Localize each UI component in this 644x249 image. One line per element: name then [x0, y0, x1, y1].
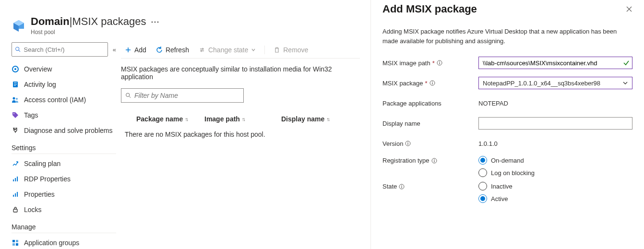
svg-line-1 — [19, 50, 20, 52]
search-icon — [15, 46, 21, 53]
label-image-path: MSIX image path* — [382, 59, 478, 67]
info-icon[interactable] — [399, 184, 405, 190]
radio-selected-icon — [478, 194, 487, 203]
add-button[interactable]: Add — [121, 41, 150, 58]
col-package-name[interactable]: Package name↑↓ — [123, 115, 204, 123]
info-icon[interactable] — [437, 60, 442, 66]
sort-icon: ↑↓ — [326, 116, 329, 122]
plus-icon — [125, 47, 131, 53]
label-package: MSIX package* — [382, 80, 478, 87]
svg-point-8 — [13, 97, 15, 100]
sidebar-item-label: Activity log — [24, 81, 56, 88]
sidebar-item-label: Tags — [24, 111, 38, 119]
radio-selected-icon — [478, 156, 487, 165]
svg-point-31 — [408, 142, 409, 143]
info-icon[interactable] — [431, 158, 437, 164]
sidebar-item-iam[interactable]: Access control (IAM) — [12, 92, 116, 107]
svg-rect-11 — [13, 179, 14, 181]
swap-icon — [199, 47, 205, 53]
chevron-down-icon — [251, 47, 256, 52]
svg-point-37 — [402, 185, 403, 186]
filter-box[interactable] — [121, 88, 244, 103]
sidebar-search[interactable] — [12, 42, 108, 57]
svg-rect-35 — [434, 160, 434, 162]
sidebar-item-diagnose[interactable]: Diagnose and solve problems — [12, 123, 116, 138]
sidebar-item-label: Overview — [24, 65, 52, 73]
trash-icon — [274, 47, 280, 53]
scaling-icon — [12, 160, 19, 167]
activity-icon — [12, 81, 19, 88]
overview-icon — [12, 65, 19, 73]
sidebar-item-scaling[interactable]: Scaling plan — [12, 156, 116, 171]
sidebar-item-overview[interactable]: Overview — [12, 61, 116, 77]
sidebar-item-activity[interactable]: Activity log — [12, 77, 116, 92]
col-image-path[interactable]: Image path↑↓ — [204, 115, 281, 123]
label-reg-type: Registration type — [382, 156, 478, 164]
display-name-input[interactable] — [478, 117, 632, 130]
reg-logon-radio[interactable]: Log on blocking — [478, 168, 632, 177]
properties-icon — [12, 190, 19, 198]
svg-point-0 — [16, 47, 19, 50]
package-select[interactable]: NotepadPP_1.0.1.0_x64__sq3bs4xeber98 — [478, 77, 632, 89]
svg-rect-16 — [17, 192, 18, 197]
empty-state: There are no MSIX packages for this host… — [121, 126, 360, 143]
col-display-name[interactable]: Display name↑↓ — [281, 115, 358, 123]
remove-button[interactable]: Remove — [270, 41, 312, 58]
svg-rect-38 — [402, 186, 402, 188]
reg-ondemand-radio[interactable]: On-demand — [478, 156, 632, 165]
lock-icon — [12, 206, 19, 213]
sidebar-item-label: Locks — [24, 206, 42, 213]
chevron-down-icon — [622, 80, 628, 86]
rdp-icon — [12, 175, 19, 183]
svg-rect-15 — [15, 193, 16, 197]
change-state-button[interactable]: Change state — [195, 41, 260, 58]
radio-icon — [478, 182, 487, 190]
sidebar-item-locks[interactable]: Locks — [12, 202, 116, 217]
filter-input[interactable] — [134, 92, 239, 99]
more-icon[interactable]: ⋯ — [151, 16, 159, 27]
label-apps: Package applications — [382, 100, 478, 107]
apps-value: NOTEPAD — [478, 100, 632, 107]
label-version: Version — [382, 140, 478, 147]
sidebar-section-manage: Manage — [12, 223, 116, 233]
svg-point-28 — [432, 82, 433, 83]
page-subtitle: Host pool — [31, 29, 159, 36]
sidebar-search-input[interactable] — [24, 46, 105, 53]
image-path-input[interactable] — [478, 57, 632, 69]
sidebar-item-appgroups[interactable]: Application groups — [12, 235, 116, 249]
sidebar-item-tags[interactable]: Tags — [12, 107, 116, 123]
sidebar-item-label: Application groups — [24, 239, 79, 247]
svg-rect-7 — [14, 85, 16, 86]
refresh-button[interactable]: Refresh — [152, 41, 193, 58]
sidebar-item-label: Scaling plan — [24, 160, 60, 167]
svg-rect-13 — [17, 177, 18, 181]
add-msix-panel: Add MSIX package Adding MSIX package not… — [370, 0, 644, 249]
collapse-sidebar[interactable]: « — [113, 46, 116, 53]
svg-line-23 — [129, 96, 131, 98]
state-active-radio[interactable]: Active — [478, 194, 632, 203]
svg-rect-12 — [15, 178, 16, 181]
sort-icon: ↑↓ — [242, 116, 244, 122]
state-inactive-radio[interactable]: Inactive — [478, 182, 632, 190]
sidebar-item-properties[interactable]: Properties — [12, 187, 116, 202]
sidebar-item-label: RDP Properties — [24, 175, 71, 183]
svg-rect-20 — [12, 243, 15, 246]
toolbar-separator — [264, 46, 265, 54]
svg-rect-14 — [13, 195, 14, 197]
info-icon[interactable] — [405, 141, 411, 146]
svg-rect-5 — [14, 83, 17, 83]
svg-point-25 — [439, 61, 440, 62]
svg-rect-17 — [13, 209, 17, 212]
refresh-icon — [156, 47, 163, 53]
svg-rect-26 — [439, 62, 440, 64]
tags-icon — [12, 111, 19, 119]
sidebar-item-label: Diagnose and solve problems — [24, 127, 112, 134]
sidebar-item-rdp[interactable]: RDP Properties — [12, 171, 116, 187]
description-text: MSIX packages are conceptually similar t… — [121, 65, 360, 81]
close-icon[interactable] — [626, 3, 632, 12]
search-icon — [125, 92, 131, 99]
version-value: 1.0.1.0 — [478, 140, 632, 147]
sort-icon: ↑↓ — [185, 116, 187, 122]
info-icon[interactable] — [429, 80, 435, 86]
sidebar-item-label: Access control (IAM) — [24, 96, 86, 104]
